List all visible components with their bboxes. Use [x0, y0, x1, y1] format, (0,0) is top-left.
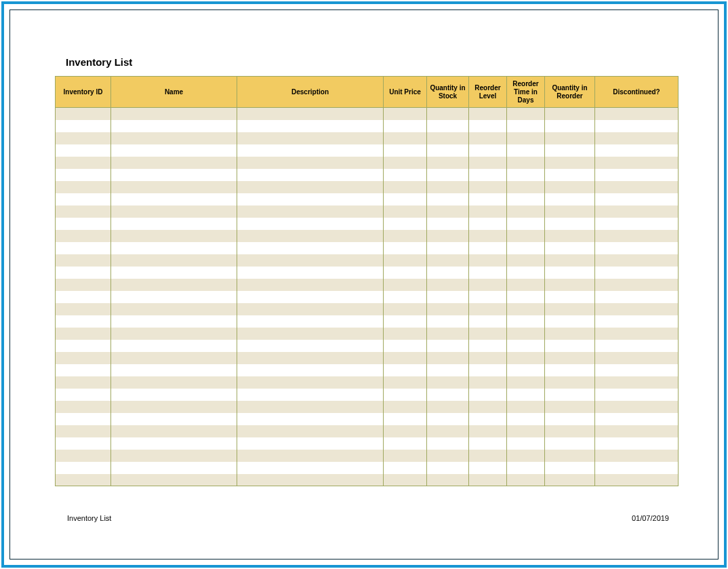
table-cell	[384, 181, 427, 193]
table-cell	[111, 450, 237, 462]
table-cell	[427, 462, 469, 474]
document-content: Inventory List Inventory ID Name Descrip…	[54, 56, 674, 525]
table-row	[56, 291, 679, 303]
table-row	[56, 425, 679, 437]
table-cell	[545, 132, 595, 144]
table-cell	[545, 315, 595, 328]
table-cell	[545, 193, 595, 205]
table-cell	[111, 462, 237, 474]
page-title: Inventory List	[66, 56, 674, 68]
table-cell	[427, 157, 469, 169]
col-header-name: Name	[111, 77, 237, 108]
table-cell	[237, 193, 384, 205]
table-cell	[111, 193, 237, 205]
table-cell	[507, 340, 545, 352]
table-cell	[427, 120, 469, 132]
table-cell	[427, 291, 469, 303]
table-cell	[111, 352, 237, 364]
table-row	[56, 474, 679, 486]
table-cell	[237, 437, 384, 450]
table-cell	[507, 328, 545, 340]
table-cell	[469, 303, 507, 315]
table-cell	[384, 144, 427, 157]
table-cell	[384, 169, 427, 181]
table-row	[56, 254, 679, 267]
table-cell	[427, 340, 469, 352]
table-cell	[237, 450, 384, 462]
table-cell	[595, 242, 679, 254]
table-row	[56, 303, 679, 315]
inner-frame: Inventory List Inventory ID Name Descrip…	[9, 9, 719, 560]
table-cell	[384, 254, 427, 267]
col-header-discontinued: Discontinued?	[595, 77, 679, 108]
table-cell	[237, 205, 384, 218]
table-cell	[469, 120, 507, 132]
table-cell	[237, 279, 384, 291]
table-cell	[56, 437, 111, 450]
table-row	[56, 413, 679, 425]
table-cell	[545, 303, 595, 315]
footer-left: Inventory List	[67, 514, 111, 522]
table-cell	[111, 328, 237, 340]
table-cell	[384, 364, 427, 376]
table-cell	[111, 218, 237, 230]
table-cell	[545, 157, 595, 169]
table-cell	[595, 474, 679, 486]
table-cell	[545, 120, 595, 132]
table-cell	[111, 389, 237, 401]
table-cell	[545, 352, 595, 364]
table-cell	[111, 108, 237, 120]
col-header-description: Description	[237, 77, 384, 108]
table-cell	[237, 132, 384, 144]
table-cell	[507, 120, 545, 132]
table-cell	[384, 328, 427, 340]
table-row	[56, 132, 679, 144]
table-cell	[237, 157, 384, 169]
table-cell	[469, 401, 507, 413]
table-cell	[507, 132, 545, 144]
table-cell	[56, 181, 111, 193]
table-row	[56, 328, 679, 340]
table-cell	[237, 181, 384, 193]
table-cell	[545, 401, 595, 413]
table-row	[56, 389, 679, 401]
table-cell	[384, 437, 427, 450]
table-cell	[56, 254, 111, 267]
table-cell	[507, 462, 545, 474]
table-cell	[469, 132, 507, 144]
table-row	[56, 340, 679, 352]
table-cell	[507, 376, 545, 389]
table-cell	[384, 267, 427, 279]
table-cell	[111, 401, 237, 413]
table-cell	[595, 389, 679, 401]
table-row	[56, 169, 679, 181]
table-cell	[469, 352, 507, 364]
table-cell	[595, 132, 679, 144]
table-header-row: Inventory ID Name Description Unit Price…	[56, 77, 679, 108]
table-cell	[595, 120, 679, 132]
table-cell	[56, 376, 111, 389]
table-cell	[237, 169, 384, 181]
table-cell	[507, 267, 545, 279]
table-cell	[237, 462, 384, 474]
table-cell	[237, 120, 384, 132]
table-cell	[427, 242, 469, 254]
table-cell	[427, 474, 469, 486]
table-cell	[237, 108, 384, 120]
table-cell	[545, 144, 595, 157]
table-row	[56, 364, 679, 376]
table-cell	[469, 291, 507, 303]
table-cell	[507, 474, 545, 486]
table-cell	[545, 279, 595, 291]
table-row	[56, 205, 679, 218]
table-cell	[111, 132, 237, 144]
table-row	[56, 352, 679, 364]
table-cell	[507, 401, 545, 413]
table-cell	[595, 267, 679, 279]
table-cell	[469, 193, 507, 205]
table-cell	[469, 230, 507, 242]
table-cell	[507, 254, 545, 267]
table-cell	[427, 303, 469, 315]
table-cell	[56, 352, 111, 364]
table-cell	[427, 132, 469, 144]
